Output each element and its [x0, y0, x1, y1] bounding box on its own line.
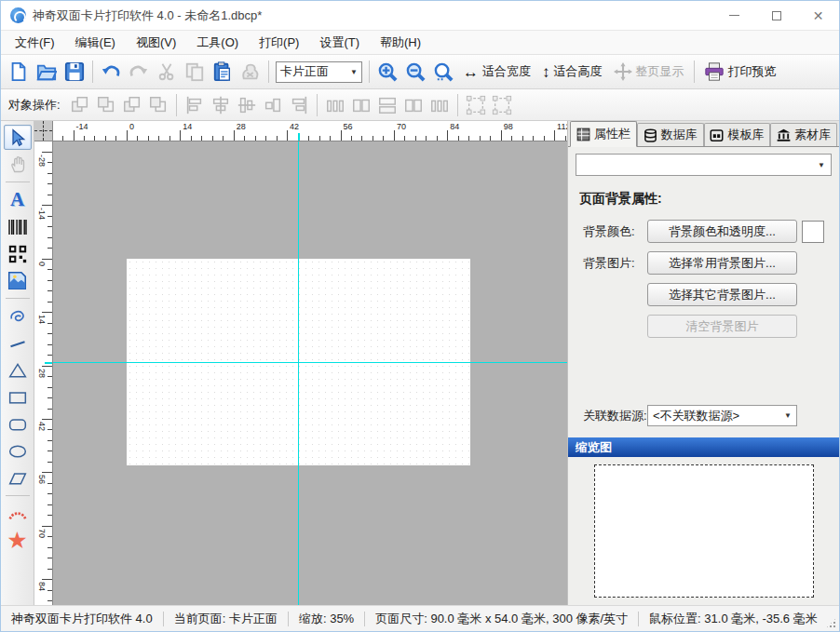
delete-button[interactable]: [237, 59, 264, 85]
close-icon: ✕: [813, 8, 824, 23]
ruler-minor-tick: [277, 136, 278, 141]
bg-color-button[interactable]: 背景颜色和透明度...: [647, 220, 797, 243]
design-canvas[interactable]: [53, 141, 567, 605]
vertical-ruler[interactable]: -28-140142842567084: [34, 141, 53, 605]
select-tool[interactable]: [4, 125, 32, 150]
menu-file[interactable]: 文件(F): [5, 32, 65, 54]
ruler-minor-tick: [47, 558, 52, 558]
make-same-tall-icon: [429, 95, 450, 115]
make-same-tall-button[interactable]: [427, 93, 452, 117]
menu-tools[interactable]: 工具(O): [186, 32, 249, 54]
new-file-button[interactable]: [5, 59, 33, 85]
line-tool[interactable]: [4, 330, 32, 356]
align-left-button[interactable]: [183, 93, 207, 117]
app-window: 神奇双面卡片打印软件 4.0 - 未命名1.dbcp* ✕ 文件(F) 编辑(E…: [0, 0, 840, 632]
align-middle-button[interactable]: [235, 93, 259, 117]
vertical-guide-line[interactable]: [298, 141, 299, 605]
align-right-button[interactable]: [287, 93, 311, 117]
align-center-horizontal-button[interactable]: [261, 93, 285, 117]
qrcode-tool[interactable]: [4, 241, 32, 266]
triangle-tool[interactable]: [4, 357, 32, 383]
cut-button[interactable]: [153, 59, 181, 85]
object-selector-dropdown[interactable]: ▼: [576, 154, 832, 176]
menu-settings[interactable]: 设置(T): [309, 32, 370, 54]
undo-button[interactable]: [97, 59, 125, 85]
minimize-button[interactable]: [713, 1, 755, 30]
horizontal-ruler[interactable]: -14014284256708498112: [53, 121, 567, 141]
ruler-minor-tick: [47, 515, 52, 516]
group-icon: [466, 95, 486, 115]
zoom-out-button[interactable]: [401, 59, 429, 85]
image-tool[interactable]: [4, 268, 32, 293]
pan-tool[interactable]: [4, 152, 32, 177]
tab-properties[interactable]: 属性栏: [570, 121, 637, 147]
menu-print[interactable]: 打印(P): [249, 32, 309, 54]
zoom-actual-icon: [433, 61, 454, 83]
stamp-tool[interactable]: [4, 501, 32, 526]
ungroup-button[interactable]: [490, 93, 514, 117]
make-same-height-button[interactable]: [375, 93, 400, 117]
tab-database[interactable]: 数据库: [637, 123, 704, 146]
bg-color-swatch[interactable]: [802, 221, 824, 243]
menu-view[interactable]: 视图(V): [126, 32, 186, 54]
thumbnail-area: [568, 457, 839, 605]
full-page-button[interactable]: 整页显示: [608, 59, 690, 85]
thumbnail-preview[interactable]: [594, 464, 814, 598]
fit-height-button[interactable]: ↕ 适合高度: [536, 59, 608, 85]
ruler-minor-tick: [47, 590, 52, 591]
menu-help[interactable]: 帮助(H): [370, 32, 431, 54]
fit-width-button[interactable]: ↔ 适合宽度: [457, 59, 536, 85]
paste-button[interactable]: [209, 59, 237, 85]
horizontal-guide-line[interactable]: [53, 362, 567, 363]
redo-button[interactable]: [125, 59, 153, 85]
group-button[interactable]: [464, 93, 488, 117]
zoom-in-button[interactable]: [373, 59, 401, 85]
curve-tool[interactable]: [4, 303, 32, 329]
ruler-minor-tick: [47, 409, 52, 410]
page-side-selector[interactable]: 卡片正面 ▼: [276, 61, 362, 83]
make-same-size-button[interactable]: [401, 93, 426, 117]
make-same-width-button[interactable]: [349, 93, 373, 117]
copy-button[interactable]: [181, 59, 209, 85]
maximize-button[interactable]: [755, 1, 797, 30]
send-backward-button[interactable]: [146, 93, 170, 117]
bring-to-front-button[interactable]: [68, 93, 92, 117]
rectangle-tool[interactable]: [4, 384, 32, 410]
ellipse-tool[interactable]: [4, 438, 32, 464]
barcode-tool[interactable]: [4, 214, 32, 239]
parallelogram-tool[interactable]: [4, 465, 32, 491]
ruler-major-tick: [74, 130, 75, 141]
properties-header: 页面背景属性:: [579, 191, 839, 208]
ruler-origin-box[interactable]: [34, 121, 53, 141]
ruler-minor-tick: [191, 136, 192, 141]
zoom-actual-button[interactable]: [429, 59, 457, 85]
select-common-bg-button[interactable]: 选择常用背景图片...: [647, 251, 797, 275]
close-button[interactable]: ✕: [797, 1, 839, 30]
text-tool[interactable]: A: [4, 187, 32, 212]
tab-materials[interactable]: 素材库: [770, 123, 837, 146]
select-other-bg-button[interactable]: 选择其它背景图片...: [647, 283, 797, 306]
send-to-back-button[interactable]: [94, 93, 118, 117]
ruler-minor-tick: [565, 136, 566, 141]
right-panel: 属性栏 数据库 模板库 素材库 ▼ 页: [567, 121, 839, 605]
toolbox-separator: [6, 495, 30, 496]
star-tool[interactable]: ★: [4, 528, 32, 553]
tab-templates[interactable]: 模板库: [704, 123, 771, 146]
print-preview-button[interactable]: 打印预览: [698, 59, 782, 85]
clear-bg-button[interactable]: 清空背景图片: [647, 315, 797, 338]
ruler-label: 98: [504, 122, 513, 131]
bring-forward-button[interactable]: [120, 93, 144, 117]
ruler-minor-tick: [47, 450, 52, 451]
ruler-label: 112: [557, 122, 567, 131]
datasource-dropdown[interactable]: <不关联数据源> ▼: [647, 405, 797, 426]
menu-edit[interactable]: 编辑(E): [65, 32, 126, 54]
rounded-rectangle-tool[interactable]: [4, 411, 32, 437]
ruler-minor-tick: [94, 136, 95, 141]
save-button[interactable]: [61, 59, 88, 85]
ruler-major-tick: [42, 205, 52, 206]
make-same-narrow-button[interactable]: [323, 93, 347, 117]
make-same-narrow-icon: [325, 95, 345, 115]
open-file-button[interactable]: [33, 59, 61, 85]
ruler-minor-tick: [319, 136, 320, 141]
align-center-vertical-button[interactable]: [209, 93, 233, 117]
